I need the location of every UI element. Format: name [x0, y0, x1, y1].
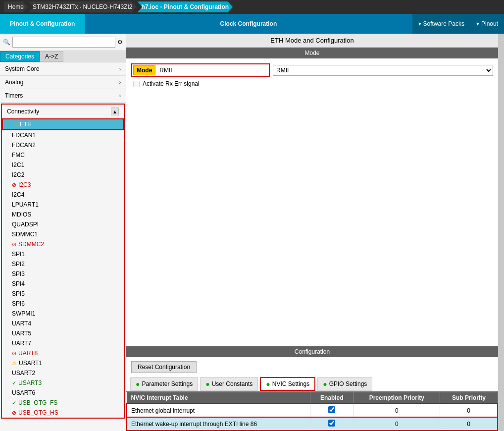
sidebar-tabs: Categories A->Z — [0, 51, 126, 62]
breadcrumb-bar: Home STM32H743ZITx · NUCLEO-H743ZI2 h7.i… — [0, 0, 504, 14]
sidebar-item-USART3[interactable]: ✓ USART3 — [2, 378, 124, 388]
sub-priority-cell: 0 — [440, 417, 498, 431]
nvic-col-sub: Sub Priority — [440, 392, 498, 404]
mode-value: RMII — [157, 66, 174, 75]
sidebar-item-LPUART1[interactable]: LPUART1 — [2, 200, 124, 210]
reset-config-button[interactable]: Reset Configuration — [131, 361, 197, 373]
activate-rx-row: Activate Rx Err signal — [131, 80, 493, 87]
sidebar-item-I2C3[interactable]: ⊘ I2C3 — [2, 180, 124, 190]
error-icon: ⊘ — [12, 350, 16, 357]
software-packs-dropdown[interactable]: ▾ Software Packs — [412, 14, 470, 34]
sidebar-item-ETH[interactable]: ⚠ ETH — [2, 118, 124, 130]
sub-priority-cell: 0 — [440, 404, 498, 417]
check-icon: ✓ — [12, 400, 16, 406]
sidebar-item-SPI4[interactable]: SPI4 — [2, 279, 124, 289]
sidebar-item-timers[interactable]: Timers › — [0, 89, 126, 103]
search-input[interactable] — [12, 37, 115, 48]
chevron-right-icon: › — [119, 66, 121, 72]
check-icon: ✓ — [12, 380, 16, 386]
main-panel: ETH Mode and Configuration Mode Mode RMI… — [126, 34, 498, 431]
tab-dot-icon: ● — [266, 380, 270, 388]
clock-config-tab[interactable]: Clock Configuration — [85, 14, 412, 34]
sidebar-search-row: 🔍 ⚙ — [0, 34, 126, 51]
interrupt-name: Ethernet global interrupt — [127, 404, 310, 417]
sidebar-item-UART5[interactable]: UART5 — [2, 328, 124, 338]
sidebar-item-SDMMC2[interactable]: ⊘ SDMMC2 — [2, 239, 124, 249]
sidebar-item-USART2[interactable]: USART2 — [2, 368, 124, 378]
eth-mode-title: ETH Mode and Configuration — [126, 34, 498, 48]
nvic-col-enabled: Enabled — [310, 392, 353, 404]
sidebar-item-FDCAN1[interactable]: FDCAN1 — [2, 130, 124, 140]
mode-section-title: Mode — [126, 48, 498, 58]
enabled-checkbox[interactable] — [328, 420, 335, 427]
sidebar-item-I2C1[interactable]: I2C1 — [2, 160, 124, 170]
sidebar-item-USB-OTG-FS[interactable]: ✓ USB_OTG_FS — [2, 398, 124, 408]
sidebar-item-I2C4[interactable]: I2C4 — [2, 190, 124, 200]
table-row[interactable]: Ethernet wake-up interrupt through EXTI … — [127, 417, 498, 431]
sidebar-item-FDCAN2[interactable]: FDCAN2 — [2, 140, 124, 150]
table-row[interactable]: Ethernet global interrupt 0 0 — [127, 404, 498, 417]
sidebar-item-MDIOS[interactable]: MDIOS — [2, 210, 124, 219]
breadcrumb-board[interactable]: STM32H743ZITx · NUCLEO-H743ZI2 — [29, 1, 136, 12]
tab-az[interactable]: A->Z — [40, 51, 63, 62]
sidebar-item-analog[interactable]: Analog › — [0, 76, 126, 89]
collapse-button[interactable]: ▲ — [111, 108, 119, 115]
pinout-dropdown[interactable]: ▾ Pinout — [470, 14, 504, 34]
sidebar-item-UART4[interactable]: UART4 — [2, 319, 124, 328]
config-tabs: ● Parameter Settings ● User Constants ● … — [126, 377, 498, 392]
content-area: 🔍 ⚙ Categories A->Z System Core › Analog… — [0, 34, 504, 431]
config-section-title: Configuration — [126, 346, 498, 357]
activate-rx-checkbox[interactable] — [133, 81, 140, 87]
sidebar-item-system-core[interactable]: System Core › — [0, 62, 126, 76]
error-icon: ⊘ — [12, 410, 16, 416]
settings-icon[interactable]: ⚙ — [117, 39, 123, 46]
enabled-cell[interactable] — [310, 404, 353, 417]
main-toolbar: Pinout & Configuration Clock Configurati… — [0, 14, 504, 34]
sidebar-item-SPI5[interactable]: SPI5 — [2, 289, 124, 299]
tab-nvic-settings[interactable]: ● NVIC Settings — [260, 377, 315, 391]
tab-user-constants[interactable]: ● User Constants — [200, 377, 258, 391]
sidebar-item-QUADSPI[interactable]: QUADSPI — [2, 219, 124, 229]
tab-parameter-settings[interactable]: ● Parameter Settings — [130, 377, 198, 391]
warning-icon: ⚠ — [12, 360, 17, 367]
tab-gpio-settings[interactable]: ● GPIO Settings — [317, 377, 372, 391]
tab-dot-icon: ● — [136, 380, 140, 388]
sidebar-item-USART6[interactable]: USART6 — [2, 388, 124, 398]
chevron-right-icon: › — [119, 93, 121, 99]
mode-input-container: Mode RMII — [131, 63, 270, 77]
warning-icon: ⚠ — [13, 121, 18, 128]
sidebar: 🔍 ⚙ Categories A->Z System Core › Analog… — [0, 34, 126, 431]
connectivity-header[interactable]: Connectivity ▲ — [2, 105, 124, 118]
middle-space — [126, 92, 498, 346]
breadcrumb-home[interactable]: Home — [4, 1, 28, 12]
connectivity-section: Connectivity ▲ ⚠ ETH FDCAN1 FDCAN2 FMC I… — [1, 104, 125, 419]
enabled-checkbox[interactable] — [328, 406, 335, 413]
interrupt-name: Ethernet wake-up interrupt through EXTI … — [127, 417, 310, 431]
tab-categories[interactable]: Categories — [0, 51, 40, 62]
sidebar-item-SDMMC1[interactable]: SDMMC1 — [2, 229, 124, 239]
sidebar-item-USB-OTG-HS[interactable]: ⊘ USB_OTG_HS — [2, 408, 124, 418]
sidebar-item-SPI3[interactable]: SPI3 — [2, 269, 124, 279]
breadcrumb-current[interactable]: h7.ioc - Pinout & Configuration — [137, 1, 233, 12]
sidebar-item-UART8[interactable]: ⊘ UART8 — [2, 348, 124, 358]
search-icon: 🔍 — [3, 39, 10, 46]
sidebar-item-I2C2[interactable]: I2C2 — [2, 170, 124, 180]
sidebar-item-UART7[interactable]: UART7 — [2, 338, 124, 348]
mode-section: Mode RMII RMII MII Disable Activate Rx E… — [126, 58, 498, 92]
nvic-table: NVIC Interrupt Table Enabled Preemption … — [126, 392, 498, 431]
sidebar-item-FMC[interactable]: FMC — [2, 150, 124, 160]
error-icon: ⊘ — [12, 241, 16, 248]
pinout-config-tab[interactable]: Pinout & Configuration — [0, 14, 85, 34]
mode-select[interactable]: RMII MII Disable — [273, 65, 493, 76]
sidebar-item-SPI1[interactable]: SPI1 — [2, 249, 124, 259]
sidebar-item-SWPMI1[interactable]: SWPMI1 — [2, 309, 124, 319]
mode-label: Mode — [133, 65, 155, 75]
sidebar-item-USART1[interactable]: ⚠ USART1 — [2, 358, 124, 368]
config-section: Configuration Reset Configuration ● Para… — [126, 346, 498, 431]
sidebar-item-SPI2[interactable]: SPI2 — [2, 259, 124, 269]
mode-row: Mode RMII RMII MII Disable — [131, 63, 493, 77]
preemption-cell: 0 — [353, 404, 440, 417]
sidebar-item-SPI6[interactable]: SPI6 — [2, 299, 124, 309]
nvic-col-preemption: Preemption Priority — [353, 392, 440, 404]
enabled-cell[interactable] — [310, 417, 353, 431]
